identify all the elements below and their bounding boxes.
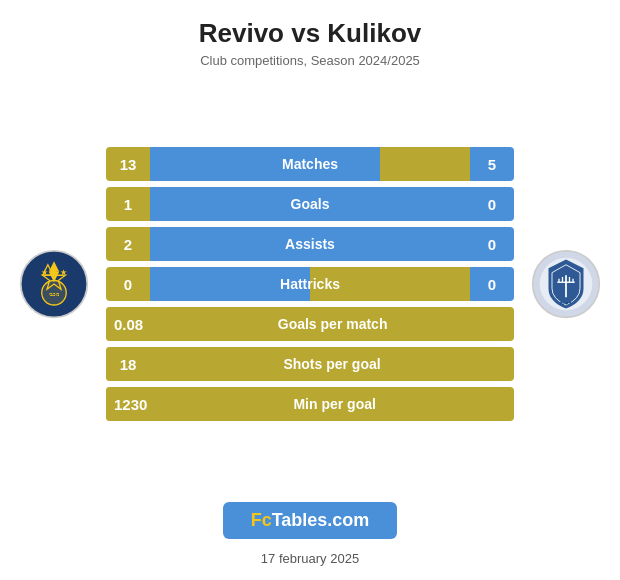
stat-label: Goals per match xyxy=(151,316,514,332)
stats-column: 13Matches51Goals02Assists00Hattricks00.0… xyxy=(106,147,514,421)
stat-label: Matches xyxy=(150,156,470,172)
stat-left-value: 0 xyxy=(106,267,150,301)
stat-label: Shots per goal xyxy=(150,356,514,372)
page-title: Revivo vs Kulikov xyxy=(20,18,600,49)
stat-left-value: 13 xyxy=(106,147,150,181)
main-area: ★ ★ ★ מכבי 13Matches51Goals02Assists00Ha… xyxy=(0,74,620,484)
right-team-logo: הפועל xyxy=(522,249,610,319)
stat-left-value: 18 xyxy=(106,347,150,381)
stat-left-value: 2 xyxy=(106,227,150,261)
left-team-badge: ★ ★ ★ מכבי xyxy=(19,249,89,319)
stat-row: 1Goals0 xyxy=(106,187,514,221)
fc-prefix: Fc xyxy=(251,510,272,530)
stat-left-value: 1 xyxy=(106,187,150,221)
left-team-logo: ★ ★ ★ מכבי xyxy=(10,249,98,319)
fctables-badge: FcTables.com xyxy=(223,502,398,539)
svg-text:הפועל: הפועל xyxy=(560,300,572,305)
stat-row: 0.08Goals per match xyxy=(106,307,514,341)
subtitle: Club competitions, Season 2024/2025 xyxy=(20,53,600,68)
stat-label: Min per goal xyxy=(155,396,514,412)
stat-label: Hattricks xyxy=(150,276,470,292)
stat-right-value: 5 xyxy=(470,147,514,181)
stat-left-value: 1230 xyxy=(106,387,155,421)
stat-row: 0Hattricks0 xyxy=(106,267,514,301)
stat-right-value: 0 xyxy=(470,227,514,261)
footer-date: 17 february 2025 xyxy=(261,551,359,566)
stat-right-value: 0 xyxy=(470,187,514,221)
header: Revivo vs Kulikov Club competitions, Sea… xyxy=(0,0,620,74)
stat-label: Assists xyxy=(150,236,470,252)
stat-right-value: 0 xyxy=(470,267,514,301)
right-team-badge: הפועל xyxy=(531,249,601,319)
stat-row: 18Shots per goal xyxy=(106,347,514,381)
stat-left-value: 0.08 xyxy=(106,307,151,341)
stat-row: 13Matches5 xyxy=(106,147,514,181)
stat-row: 1230Min per goal xyxy=(106,387,514,421)
tables-text: Tables.com xyxy=(272,510,370,530)
stat-row: 2Assists0 xyxy=(106,227,514,261)
stat-label: Goals xyxy=(150,196,470,212)
svg-text:מכבי: מכבי xyxy=(49,291,59,297)
